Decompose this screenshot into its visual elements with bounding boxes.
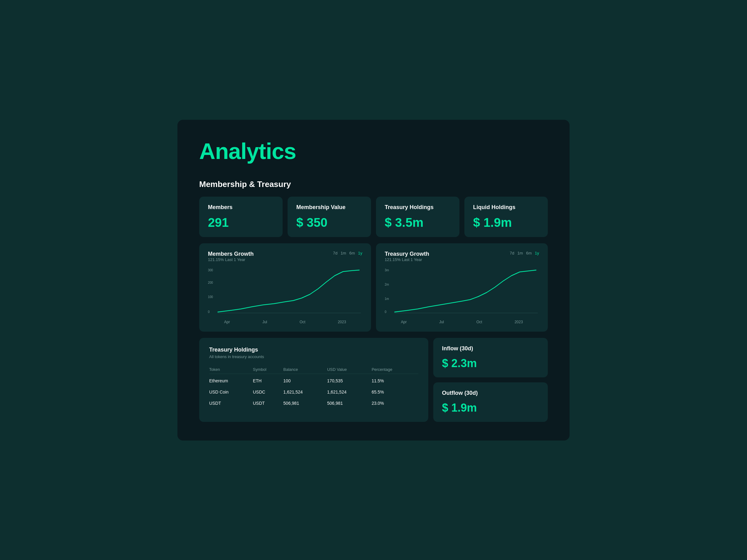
treasury-x-oct: Oct [476,320,482,324]
row1-symbol: USDC [253,386,283,398]
row2-balance: 506,981 [283,398,327,409]
membership-value-card: Membership Value $ 350 [288,196,371,237]
charts-row: Members Growth 121.15% Last 1 Year 7d 1m… [199,243,548,331]
page-title: Analytics [199,138,548,164]
inflow-card: Inflow (30d) $ 2.3m [433,338,548,377]
main-container: Analytics Membership & Treasury Members … [177,120,570,441]
row1-usd: 1,621,524 [327,386,371,398]
membership-value-label: Membership Value [296,204,362,211]
inflow-value: $ 2.3m [442,357,539,370]
col-usd-value: USD Value [327,365,371,374]
table-row: USD Coin USDC 1,621,524 1,621,524 65.5% [209,386,418,398]
members-period-1m[interactable]: 1m [340,251,346,256]
members-x-oct: Oct [300,320,305,324]
row1-balance: 1,621,524 [283,386,327,398]
treasury-table-subtitle: All tokens in treasury accounts [209,354,418,359]
col-balance: Balance [283,365,327,374]
col-percentage: Percentage [371,365,418,374]
liquid-holdings-value: $ 1.9m [473,216,539,230]
treasury-holdings-table-card: Treasury Holdings All tokens in treasury… [199,338,428,422]
svg-text:200: 200 [208,281,213,284]
members-chart-header: Members Growth 121.15% Last 1 Year 7d 1m… [208,251,362,266]
svg-text:0: 0 [385,310,387,314]
members-card: Members 291 [199,196,283,237]
treasury-holdings-label: Treasury Holdings [385,204,451,211]
treasury-period-buttons: 7d 1m 6m 1y [510,251,539,256]
treasury-chart-title: Treasury Growth [385,251,429,257]
treasury-holdings-card: Treasury Holdings $ 3.5m [376,196,459,237]
members-growth-svg: 300 200 100 0 [208,267,362,317]
svg-text:2m: 2m [385,283,389,286]
treasury-growth-chart: Treasury Growth 121.15% Last 1 Year 7d 1… [376,243,548,331]
outflow-label: Outflow (30d) [442,390,539,396]
svg-text:1m: 1m [385,297,389,300]
row0-pct: 11.5% [371,374,418,386]
col-token: Token [209,365,253,374]
members-period-buttons: 7d 1m 6m 1y [333,251,362,256]
treasury-period-1m[interactable]: 1m [517,251,523,256]
row2-pct: 23.0% [371,398,418,409]
members-x-labels: Apr Jul Oct 2023 [208,320,362,324]
treasury-x-apr: Apr [401,320,407,324]
members-x-jul: Jul [262,320,267,324]
treasury-period-6m[interactable]: 6m [526,251,532,256]
treasury-growth-svg: 3m 2m 1m 0 [385,267,539,317]
svg-text:100: 100 [208,295,213,299]
row0-symbol: ETH [253,374,283,386]
treasury-table-title: Treasury Holdings [209,347,418,353]
treasury-x-2023: 2023 [515,320,523,324]
row2-symbol: USDT [253,398,283,409]
table-row: USDT USDT 506,981 506,981 23.0% [209,398,418,409]
treasury-chart-header: Treasury Growth 121.15% Last 1 Year 7d 1… [385,251,539,266]
treasury-holdings-value: $ 3.5m [385,216,451,230]
members-x-2023: 2023 [338,320,346,324]
row2-token: USDT [209,398,253,409]
right-cards: Inflow (30d) $ 2.3m Outflow (30d) $ 1.9m [433,338,548,422]
liquid-holdings-card: Liquid Holdings $ 1.9m [464,196,548,237]
svg-text:300: 300 [208,268,213,272]
treasury-period-1y[interactable]: 1y [535,251,539,256]
row0-token: Ethereum [209,374,253,386]
members-card-value: 291 [208,216,274,230]
members-period-6m[interactable]: 6m [349,251,355,256]
treasury-table: Token Symbol Balance USD Value Percentag… [209,365,418,409]
row1-pct: 65.5% [371,386,418,398]
bottom-row: Treasury Holdings All tokens in treasury… [199,338,548,422]
members-period-1y[interactable]: 1y [358,251,362,256]
col-symbol: Symbol [253,365,283,374]
membership-value-value: $ 350 [296,216,362,230]
treasury-period-7d[interactable]: 7d [510,251,514,256]
stat-cards-row: Members 291 Membership Value $ 350 Treas… [199,196,548,237]
outflow-value: $ 1.9m [442,401,539,415]
members-card-label: Members [208,204,274,211]
treasury-chart-subtitle: 121.15% Last 1 Year [385,257,429,262]
table-row: Ethereum ETH 100 170,535 11.5% [209,374,418,386]
inflow-label: Inflow (30d) [442,345,539,352]
members-period-7d[interactable]: 7d [333,251,337,256]
liquid-holdings-label: Liquid Holdings [473,204,539,211]
treasury-table-header-row: Token Symbol Balance USD Value Percentag… [209,365,418,374]
members-x-apr: Apr [224,320,230,324]
outflow-card: Outflow (30d) $ 1.9m [433,382,548,422]
members-chart-title: Members Growth [208,251,254,257]
row0-usd: 170,535 [327,374,371,386]
treasury-chart-title-block: Treasury Growth 121.15% Last 1 Year [385,251,429,266]
svg-text:3m: 3m [385,268,389,272]
members-chart-title-block: Members Growth 121.15% Last 1 Year [208,251,254,266]
row0-balance: 100 [283,374,327,386]
treasury-x-jul: Jul [439,320,444,324]
members-chart-subtitle: 121.15% Last 1 Year [208,257,254,262]
row2-usd: 506,981 [327,398,371,409]
row1-token: USD Coin [209,386,253,398]
section-title: Membership & Treasury [199,180,548,189]
members-growth-chart: Members Growth 121.15% Last 1 Year 7d 1m… [199,243,371,331]
svg-text:0: 0 [208,310,210,314]
treasury-x-labels: Apr Jul Oct 2023 [385,320,539,324]
